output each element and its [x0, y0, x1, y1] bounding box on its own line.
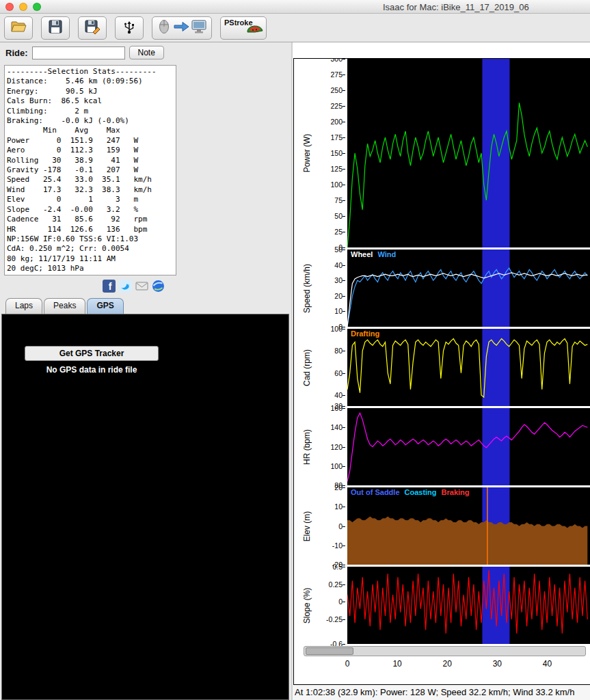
y-tick-label: 125 — [330, 165, 343, 173]
y-tick-label: 80 — [334, 347, 343, 355]
y-tick-label: 50 — [334, 212, 343, 220]
tab-peaks[interactable]: Peaks — [44, 298, 85, 314]
y-tick-label: 10 — [334, 307, 343, 315]
share-row: f — [103, 280, 165, 293]
power-chart-row: Power (W) 300275250225200175150125100755… — [294, 59, 590, 247]
y-tick-label: 40 — [334, 391, 343, 399]
ride-label: Ride: — [5, 48, 28, 58]
app-window: Isaac for Mac: iBike_11_17_2019_06 — [0, 0, 590, 700]
y-tick-label: 140 — [330, 423, 343, 431]
tab-laps[interactable]: Laps — [5, 298, 42, 314]
y-tick-label: 100 — [330, 325, 343, 333]
speed-chart-row: Speed (km/h) 50403020100 WheelWind — [294, 250, 590, 327]
send-to-device-icon — [157, 18, 207, 38]
x-axis-labels: 010203040 — [347, 658, 587, 671]
y-tick-label: -10 — [332, 541, 343, 550]
y-tick-label: 20 — [334, 292, 343, 300]
ride-row: Ride: Note — [5, 46, 164, 59]
send-to-device-button[interactable] — [152, 16, 212, 40]
chart-horizontal-scrollbar[interactable] — [304, 646, 586, 656]
gps-message: No GPS data in ride file — [2, 365, 181, 375]
y-tick-label: 175 — [330, 133, 343, 142]
elevation-axis-label: Elev (m) — [298, 487, 316, 565]
speed-axis-label: Speed (km/h) — [298, 250, 316, 327]
google-earth-icon[interactable] — [152, 280, 165, 293]
cadence-yticks: 10080604030 — [316, 329, 347, 406]
y-tick-label: 275 — [330, 70, 343, 79]
y-tick-label: 20 — [334, 483, 343, 492]
legend-drafting: Drafting — [351, 329, 379, 338]
legend-wind: Wind — [377, 250, 396, 258]
open-file-icon — [10, 19, 27, 37]
save-as-button[interactable] — [78, 16, 107, 40]
close-window-button[interactable] — [5, 3, 14, 11]
open-file-button[interactable] — [4, 16, 33, 40]
selection-stats: ---------Selection Stats--------- Distan… — [4, 65, 176, 275]
slope-plot[interactable] — [347, 567, 590, 644]
save-button[interactable] — [41, 16, 70, 40]
left-panel: Ride: Note ---------Selection Stats-----… — [0, 42, 291, 700]
cadence-chart-row: Cad (rpm) 10080604030 Drafting — [294, 329, 590, 406]
x-tick-label: 40 — [543, 659, 552, 669]
hr-plot[interactable] — [347, 408, 590, 485]
legend-wheel: Wheel — [351, 250, 373, 258]
window-title: Isaac for Mac: iBike_11_17_2019_06 — [383, 2, 529, 12]
hr-axis-label: HR (bpm) — [298, 408, 316, 485]
hr-yticks: 16014012010080 — [316, 408, 347, 485]
elevation-chart-row: Elev (m) 20100-10-20 Out of SaddleCoasti… — [294, 487, 590, 565]
speed-yticks: 50403020100 — [316, 250, 347, 327]
ride-name-input[interactable] — [32, 46, 125, 59]
y-tick-label: 60 — [334, 369, 343, 377]
speed-plot[interactable]: WheelWind — [347, 250, 590, 327]
y-tick-label: 150 — [330, 149, 343, 157]
y-tick-label: 160 — [330, 404, 343, 412]
note-button[interactable]: Note — [129, 46, 164, 59]
cadence-axis-label: Cad (rpm) — [298, 329, 316, 406]
y-tick-label: -0.25 — [326, 615, 343, 623]
legend-out-of-saddle: Out of Saddle — [351, 488, 400, 496]
window-controls — [5, 3, 41, 11]
facebook-icon[interactable]: f — [103, 280, 116, 293]
email-icon[interactable] — [135, 280, 148, 293]
y-tick-label: 200 — [330, 118, 343, 126]
usb-icon — [122, 18, 136, 38]
y-tick-label: 100 — [330, 462, 343, 470]
y-tick-label: 250 — [330, 86, 343, 94]
usb-import-button[interactable] — [115, 16, 144, 40]
titlebar: Isaac for Mac: iBike_11_17_2019_06 — [0, 0, 590, 14]
y-tick-label: 25 — [334, 228, 343, 236]
chart-panel: Power (W) 300275250225200175150125100755… — [291, 42, 590, 700]
cadence-plot[interactable]: Drafting — [347, 329, 590, 406]
y-tick-label: 0.25 — [329, 580, 343, 589]
twitter-icon[interactable] — [119, 280, 132, 293]
y-tick-label: 30 — [334, 276, 343, 284]
save-icon — [47, 18, 64, 38]
x-tick-label: 10 — [392, 659, 401, 669]
slope-yticks: 0.50.250-0.25-0.6 — [316, 567, 347, 644]
tab-bar: Laps Peaks GPS — [5, 298, 124, 314]
power-plot[interactable] — [347, 59, 590, 247]
elevation-yticks: 20100-10-20 — [316, 487, 347, 565]
zoom-window-button[interactable] — [33, 3, 41, 11]
y-tick-label: 75 — [334, 196, 343, 204]
status-bar: At 1:02:38 (32.9 km): Power: 128 W; Spee… — [293, 685, 590, 700]
tab-gps[interactable]: GPS — [87, 298, 123, 314]
y-tick-label: 40 — [334, 261, 343, 269]
legend-coasting: Coasting — [405, 488, 437, 496]
hr-chart-row: HR (bpm) 16014012010080 — [294, 408, 590, 485]
svg-text:f: f — [109, 281, 112, 292]
y-tick-label: 0 — [338, 597, 343, 606]
x-tick-label: 30 — [493, 659, 502, 669]
minimize-window-button[interactable] — [19, 3, 27, 11]
toolbar: PStroke — [0, 14, 590, 42]
pstroke-button[interactable]: PStroke — [220, 16, 267, 40]
y-tick-label: 10 — [334, 502, 343, 511]
y-tick-label: 50 — [334, 245, 343, 254]
x-tick-label: 0 — [345, 659, 350, 669]
scrollbar-thumb[interactable] — [306, 647, 353, 655]
slope-axis-label: Slope (%) — [298, 567, 316, 644]
y-tick-label: 0.5 — [332, 563, 343, 571]
y-tick-label: 120 — [330, 443, 343, 451]
elevation-plot[interactable]: Out of SaddleCoastingBraking — [347, 487, 590, 565]
get-gps-tracker-button[interactable]: Get GPS Tracker — [25, 346, 159, 361]
